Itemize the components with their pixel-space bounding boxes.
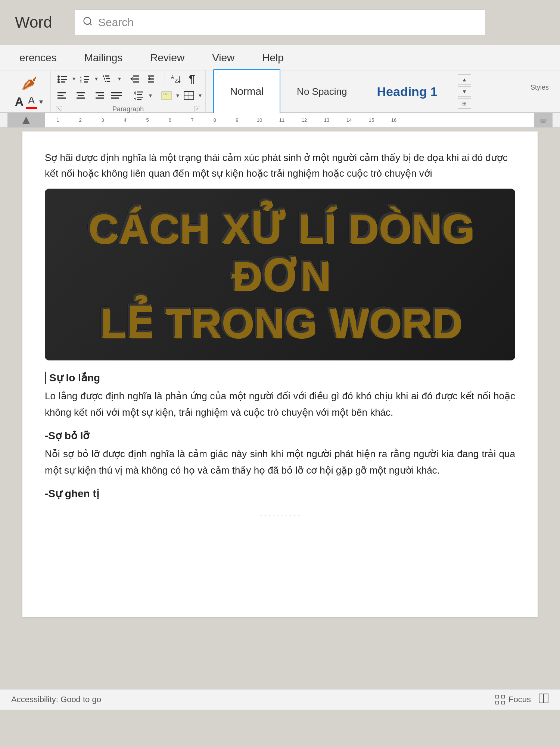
accessibility-status: Accessibility: Good to go bbox=[11, 695, 101, 704]
section-3-dash: - bbox=[45, 488, 48, 499]
numbering-btn[interactable]: 1.2.3. bbox=[77, 72, 93, 85]
font-a-small-icon: A bbox=[28, 94, 34, 106]
ruler-margin-left bbox=[7, 113, 45, 127]
ruler-tick-9: 9 bbox=[226, 117, 248, 123]
format-painter-icon[interactable]: 🌶 bbox=[21, 74, 37, 92]
shading-chevron[interactable]: ▾ bbox=[176, 92, 179, 99]
svg-text:↗: ↗ bbox=[195, 107, 198, 111]
svg-marker-20 bbox=[130, 77, 133, 81]
style-no-spacing-btn[interactable]: No Spacing bbox=[283, 69, 360, 114]
multilevel-chevron[interactable]: ▾ bbox=[118, 75, 121, 82]
big-title-block: CÁCH XỬ LÍ DÒNG ĐƠN LẺ TRONG WORD bbox=[45, 189, 515, 360]
separator-1 bbox=[124, 72, 124, 86]
svg-point-0 bbox=[84, 17, 91, 24]
borders-btn[interactable] bbox=[181, 89, 197, 102]
menu-references[interactable]: erences bbox=[15, 49, 61, 67]
align-left-btn[interactable] bbox=[55, 89, 71, 102]
ruler-margin-right bbox=[534, 113, 553, 127]
line-spacing-chevron[interactable]: ▾ bbox=[149, 92, 152, 99]
borders-chevron[interactable]: ▾ bbox=[199, 92, 202, 99]
style-heading1-btn[interactable]: Heading 1 bbox=[364, 69, 451, 114]
bullets-chevron[interactable]: ▾ bbox=[72, 75, 75, 82]
ruler-tick-3: 3 bbox=[91, 117, 114, 123]
ribbon-top-row: 🌶 A A ▾ ▾ 1.2.3. ▾ bbox=[7, 71, 553, 112]
shading-btn[interactable] bbox=[158, 89, 175, 102]
svg-rect-23 bbox=[148, 75, 154, 77]
menu-mailings[interactable]: Mailings bbox=[80, 49, 127, 67]
focus-icon bbox=[495, 694, 505, 705]
sort-btn[interactable]: AZ bbox=[168, 72, 184, 86]
svg-rect-12 bbox=[84, 81, 88, 83]
ruler-cloud-icon bbox=[539, 117, 547, 124]
paragraph-dialog-icon[interactable]: ↗ bbox=[194, 106, 200, 112]
svg-rect-46 bbox=[137, 99, 141, 100]
separator-2 bbox=[165, 72, 165, 86]
section-3-heading: -Sự ghen tị bbox=[45, 487, 515, 500]
svg-rect-36 bbox=[77, 97, 85, 99]
styles-scroll-controls: ▲ ▼ ⊞ bbox=[458, 74, 471, 109]
svg-rect-40 bbox=[111, 92, 122, 93]
align-center-btn[interactable] bbox=[72, 89, 89, 102]
svg-rect-44 bbox=[137, 94, 142, 95]
align-right-btn[interactable] bbox=[90, 89, 107, 102]
menu-view[interactable]: View bbox=[208, 49, 239, 67]
document-page[interactable]: Sợ hãi được định nghĩa là một trạng thái… bbox=[22, 131, 538, 617]
svg-rect-16 bbox=[106, 78, 110, 79]
svg-point-1 bbox=[57, 75, 60, 78]
svg-marker-48 bbox=[134, 98, 136, 100]
ruler-tick-15: 15 bbox=[360, 117, 383, 123]
numbering-chevron[interactable]: ▾ bbox=[95, 75, 98, 82]
svg-point-5 bbox=[57, 81, 60, 83]
bottom-area bbox=[0, 710, 560, 747]
font-color-chevron[interactable]: ▾ bbox=[39, 97, 43, 106]
menu-help[interactable]: Help bbox=[258, 49, 288, 67]
line-spacing-btn[interactable] bbox=[131, 89, 147, 102]
search-input-text: Search bbox=[98, 16, 134, 29]
font-color-area: A A ▾ bbox=[15, 94, 43, 109]
scroll-indicator: · · · · · · · · · · bbox=[45, 511, 515, 520]
style-normal-btn[interactable]: Normal bbox=[213, 69, 280, 114]
svg-rect-64 bbox=[496, 695, 499, 698]
view-options[interactable] bbox=[538, 693, 549, 706]
multilevel-btn[interactable] bbox=[99, 72, 116, 85]
svg-rect-45 bbox=[137, 97, 143, 98]
styles-expand-btn[interactable]: ⊞ bbox=[458, 98, 471, 109]
svg-rect-51 bbox=[165, 93, 167, 95]
status-bar: Accessibility: Good to go Focus bbox=[0, 689, 560, 710]
svg-marker-30 bbox=[178, 81, 181, 83]
svg-rect-37 bbox=[96, 92, 104, 93]
svg-rect-52 bbox=[167, 93, 169, 95]
svg-rect-50 bbox=[163, 93, 164, 95]
svg-rect-34 bbox=[77, 92, 85, 93]
ruler-tick-13: 13 bbox=[315, 117, 338, 123]
styles-scroll-up-btn[interactable]: ▲ bbox=[458, 74, 471, 85]
increase-indent-btn[interactable] bbox=[145, 72, 162, 85]
format-painter-group: 🌶 A A ▾ bbox=[7, 71, 51, 112]
section-2-body: Nỗi sợ bỏ lỡ được định nghĩa là cảm giác… bbox=[45, 446, 515, 478]
menu-review[interactable]: Review bbox=[146, 49, 189, 67]
svg-rect-68 bbox=[539, 694, 543, 703]
svg-rect-39 bbox=[96, 97, 104, 99]
show-formatting-btn[interactable]: ¶ bbox=[186, 70, 198, 87]
ruler-margin-icon bbox=[22, 117, 30, 124]
paragraph-group-label: Paragraph bbox=[62, 105, 194, 113]
svg-rect-19 bbox=[133, 75, 139, 77]
big-title-line2: LẺ TRONG WORD bbox=[56, 298, 504, 345]
svg-line-57 bbox=[57, 108, 60, 111]
search-bar[interactable]: Search bbox=[75, 9, 485, 35]
focus-button[interactable]: Focus bbox=[495, 694, 531, 705]
styles-scroll-down-btn[interactable]: ▼ bbox=[458, 86, 471, 97]
svg-rect-66 bbox=[496, 701, 499, 704]
justify-btn[interactable] bbox=[108, 89, 125, 102]
decrease-indent-btn[interactable] bbox=[127, 72, 144, 85]
font-a-icon: A bbox=[15, 95, 24, 109]
svg-marker-60 bbox=[22, 117, 30, 124]
paragraph-expand-icon[interactable] bbox=[56, 106, 62, 112]
ruler-tick-16: 16 bbox=[383, 117, 405, 123]
bullets-btn[interactable] bbox=[55, 72, 71, 85]
svg-rect-21 bbox=[133, 78, 139, 80]
styles-group-label: Styles bbox=[531, 84, 549, 92]
title-bar: Word Search bbox=[0, 0, 560, 45]
ruler-tick-1: 1 bbox=[47, 117, 69, 123]
svg-rect-22 bbox=[133, 81, 139, 83]
